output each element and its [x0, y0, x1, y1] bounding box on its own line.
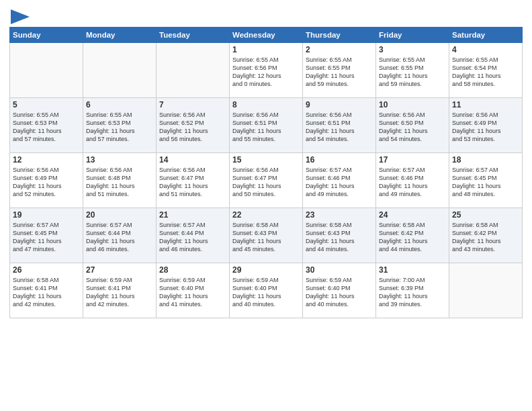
calendar-cell: 2Sunrise: 6:55 AMSunset: 6:55 PMDaylight…	[303, 43, 376, 98]
calendar-cell: 7Sunrise: 6:56 AMSunset: 6:52 PMDaylight…	[157, 98, 230, 153]
calendar-cell: 4Sunrise: 6:55 AMSunset: 6:54 PMDaylight…	[449, 43, 523, 98]
calendar-cell: 15Sunrise: 6:56 AMSunset: 6:47 PMDayligh…	[230, 153, 303, 208]
calendar-cell: 25Sunrise: 6:58 AMSunset: 6:42 PMDayligh…	[449, 208, 523, 263]
weekday-header-saturday: Saturday	[449, 28, 523, 43]
day-info: Sunrise: 6:58 AMSunset: 6:42 PMDaylight:…	[379, 221, 446, 254]
day-info: Sunrise: 6:56 AMSunset: 6:49 PMDaylight:…	[13, 166, 80, 199]
svg-marker-0	[11, 9, 30, 24]
day-number: 27	[86, 265, 153, 275]
day-number: 24	[379, 210, 446, 220]
logo	[9, 9, 30, 24]
calendar-cell: 10Sunrise: 6:56 AMSunset: 6:50 PMDayligh…	[376, 98, 449, 153]
logo-icon	[11, 9, 30, 24]
day-number: 25	[452, 210, 519, 220]
day-number: 4	[452, 45, 519, 54]
day-number: 7	[159, 100, 226, 109]
calendar-cell: 24Sunrise: 6:58 AMSunset: 6:42 PMDayligh…	[376, 208, 449, 263]
day-number: 18	[452, 155, 519, 165]
weekday-header-row: SundayMondayTuesdayWednesdayThursdayFrid…	[10, 28, 523, 43]
day-number: 12	[13, 155, 80, 165]
day-number: 13	[86, 155, 153, 165]
day-number: 2	[306, 45, 373, 54]
calendar-cell	[10, 43, 83, 98]
day-info: Sunrise: 6:57 AMSunset: 6:45 PMDaylight:…	[452, 166, 519, 199]
calendar-cell: 9Sunrise: 6:56 AMSunset: 6:51 PMDaylight…	[303, 98, 376, 153]
day-number: 29	[232, 265, 300, 275]
day-info: Sunrise: 6:56 AMSunset: 6:50 PMDaylight:…	[379, 111, 446, 144]
calendar-cell: 23Sunrise: 6:58 AMSunset: 6:43 PMDayligh…	[303, 208, 376, 263]
day-info: Sunrise: 6:59 AMSunset: 6:40 PMDaylight:…	[159, 276, 226, 309]
day-number: 8	[232, 100, 300, 109]
day-number: 17	[379, 155, 446, 165]
calendar-cell: 28Sunrise: 6:59 AMSunset: 6:40 PMDayligh…	[157, 263, 230, 318]
day-number: 23	[306, 210, 373, 220]
day-number: 22	[232, 210, 300, 220]
weekday-header-tuesday: Tuesday	[157, 28, 230, 43]
day-info: Sunrise: 6:58 AMSunset: 6:41 PMDaylight:…	[13, 276, 80, 309]
calendar-cell: 17Sunrise: 6:57 AMSunset: 6:46 PMDayligh…	[376, 153, 449, 208]
calendar-week-4: 19Sunrise: 6:57 AMSunset: 6:45 PMDayligh…	[10, 208, 523, 263]
weekday-header-sunday: Sunday	[10, 28, 83, 43]
day-number: 19	[13, 210, 80, 220]
day-number: 28	[159, 265, 226, 275]
day-info: Sunrise: 6:55 AMSunset: 6:53 PMDaylight:…	[13, 111, 80, 144]
calendar-cell: 6Sunrise: 6:55 AMSunset: 6:53 PMDaylight…	[83, 98, 157, 153]
calendar-cell	[157, 43, 230, 98]
calendar-cell: 5Sunrise: 6:55 AMSunset: 6:53 PMDaylight…	[10, 98, 83, 153]
calendar-cell	[83, 43, 157, 98]
day-number: 9	[306, 100, 373, 109]
day-number: 21	[159, 210, 226, 220]
calendar-cell: 26Sunrise: 6:58 AMSunset: 6:41 PMDayligh…	[10, 263, 83, 318]
calendar-cell: 20Sunrise: 6:57 AMSunset: 6:44 PMDayligh…	[83, 208, 157, 263]
calendar-cell: 30Sunrise: 6:59 AMSunset: 6:40 PMDayligh…	[303, 263, 376, 318]
weekday-header-friday: Friday	[376, 28, 449, 43]
day-info: Sunrise: 6:55 AMSunset: 6:55 PMDaylight:…	[306, 56, 373, 89]
weekday-header-thursday: Thursday	[303, 28, 376, 43]
day-number: 26	[13, 265, 80, 275]
day-info: Sunrise: 6:55 AMSunset: 6:54 PMDaylight:…	[452, 56, 519, 89]
header	[9, 7, 523, 24]
calendar-cell: 31Sunrise: 7:00 AMSunset: 6:39 PMDayligh…	[376, 263, 449, 318]
calendar-week-5: 26Sunrise: 6:58 AMSunset: 6:41 PMDayligh…	[10, 263, 523, 318]
day-number: 31	[379, 265, 446, 275]
day-number: 3	[379, 45, 446, 54]
day-info: Sunrise: 6:56 AMSunset: 6:51 PMDaylight:…	[306, 111, 373, 144]
day-number: 16	[306, 155, 373, 165]
calendar-cell: 29Sunrise: 6:59 AMSunset: 6:40 PMDayligh…	[230, 263, 303, 318]
calendar-cell: 21Sunrise: 6:57 AMSunset: 6:44 PMDayligh…	[157, 208, 230, 263]
day-number: 1	[232, 45, 300, 54]
calendar-cell: 13Sunrise: 6:56 AMSunset: 6:48 PMDayligh…	[83, 153, 157, 208]
day-number: 6	[86, 100, 153, 109]
day-number: 20	[86, 210, 153, 220]
weekday-header-wednesday: Wednesday	[230, 28, 303, 43]
day-info: Sunrise: 6:55 AMSunset: 6:56 PMDaylight:…	[232, 56, 300, 89]
day-info: Sunrise: 6:58 AMSunset: 6:43 PMDaylight:…	[306, 221, 373, 254]
weekday-header-monday: Monday	[83, 28, 157, 43]
calendar-week-3: 12Sunrise: 6:56 AMSunset: 6:49 PMDayligh…	[10, 153, 523, 208]
day-info: Sunrise: 6:56 AMSunset: 6:47 PMDaylight:…	[159, 166, 226, 199]
day-info: Sunrise: 6:59 AMSunset: 6:40 PMDaylight:…	[306, 276, 373, 309]
day-info: Sunrise: 6:56 AMSunset: 6:51 PMDaylight:…	[232, 111, 300, 144]
day-number: 14	[159, 155, 226, 165]
day-info: Sunrise: 6:56 AMSunset: 6:49 PMDaylight:…	[452, 111, 519, 144]
day-info: Sunrise: 6:58 AMSunset: 6:43 PMDaylight:…	[232, 221, 300, 254]
calendar-cell: 19Sunrise: 6:57 AMSunset: 6:45 PMDayligh…	[10, 208, 83, 263]
calendar-cell: 27Sunrise: 6:59 AMSunset: 6:41 PMDayligh…	[83, 263, 157, 318]
calendar-cell: 22Sunrise: 6:58 AMSunset: 6:43 PMDayligh…	[230, 208, 303, 263]
calendar-week-1: 1Sunrise: 6:55 AMSunset: 6:56 PMDaylight…	[10, 43, 523, 98]
day-number: 15	[232, 155, 300, 165]
calendar-cell: 3Sunrise: 6:55 AMSunset: 6:55 PMDaylight…	[376, 43, 449, 98]
calendar-cell: 14Sunrise: 6:56 AMSunset: 6:47 PMDayligh…	[157, 153, 230, 208]
calendar-week-2: 5Sunrise: 6:55 AMSunset: 6:53 PMDaylight…	[10, 98, 523, 153]
day-info: Sunrise: 6:57 AMSunset: 6:44 PMDaylight:…	[159, 221, 226, 254]
day-info: Sunrise: 6:59 AMSunset: 6:40 PMDaylight:…	[232, 276, 300, 309]
calendar-cell	[449, 263, 523, 318]
calendar-table: SundayMondayTuesdayWednesdayThursdayFrid…	[9, 27, 523, 318]
calendar-cell: 1Sunrise: 6:55 AMSunset: 6:56 PMDaylight…	[230, 43, 303, 98]
day-number: 11	[452, 100, 519, 109]
calendar-cell: 11Sunrise: 6:56 AMSunset: 6:49 PMDayligh…	[449, 98, 523, 153]
day-info: Sunrise: 6:56 AMSunset: 6:48 PMDaylight:…	[86, 166, 153, 199]
day-info: Sunrise: 6:57 AMSunset: 6:45 PMDaylight:…	[13, 221, 80, 254]
calendar-cell: 12Sunrise: 6:56 AMSunset: 6:49 PMDayligh…	[10, 153, 83, 208]
day-info: Sunrise: 6:59 AMSunset: 6:41 PMDaylight:…	[86, 276, 153, 309]
